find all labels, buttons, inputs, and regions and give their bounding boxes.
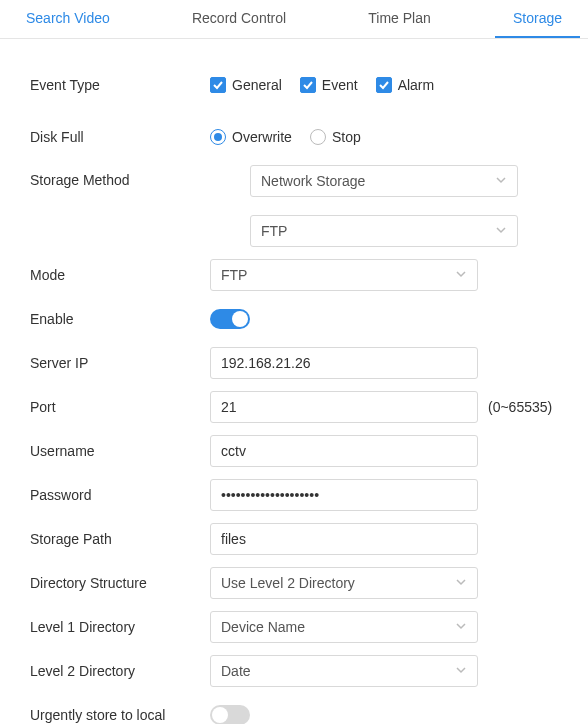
label-enable: Enable	[30, 311, 210, 327]
chevron-down-icon	[455, 663, 467, 679]
row-urgent-store: Urgently store to local	[30, 699, 558, 724]
port-hint: (0~65535)	[488, 399, 552, 415]
label-username: Username	[30, 443, 210, 459]
input-storage-path[interactable]	[221, 531, 467, 547]
select-level1-directory[interactable]: Device Name	[210, 611, 478, 643]
label-server-ip: Server IP	[30, 355, 210, 371]
select-value: FTP	[221, 267, 247, 283]
select-value: Device Name	[221, 619, 305, 635]
input-wrap	[210, 435, 478, 467]
checkbox-alarm[interactable]: Alarm	[376, 77, 435, 93]
chevron-down-icon	[455, 575, 467, 591]
check-icon	[210, 77, 226, 93]
radio-label: Stop	[332, 129, 361, 145]
checkbox-general[interactable]: General	[210, 77, 282, 93]
row-storage-method: Storage Method Network Storage FTP	[30, 165, 558, 247]
select-mode[interactable]: FTP	[210, 259, 478, 291]
row-level2-directory: Level 2 Directory Date	[30, 655, 558, 687]
checkbox-event[interactable]: Event	[300, 77, 358, 93]
toggle-knob	[212, 707, 228, 723]
label-event-type: Event Type	[30, 77, 210, 93]
row-password: Password	[30, 479, 558, 511]
select-value: FTP	[261, 223, 287, 239]
radio-icon	[310, 129, 326, 145]
row-port: Port (0~65535)	[30, 391, 558, 423]
chevron-down-icon	[495, 223, 507, 239]
checkbox-label: Alarm	[398, 77, 435, 93]
row-disk-full: Disk Full Overwrite Stop	[30, 121, 558, 153]
row-event-type: Event Type General Event Alarm	[30, 69, 558, 101]
radio-overwrite[interactable]: Overwrite	[210, 129, 292, 145]
select-storage-method-primary[interactable]: Network Storage	[250, 165, 518, 197]
label-password: Password	[30, 487, 210, 503]
select-storage-method-secondary[interactable]: FTP	[250, 215, 518, 247]
input-wrap	[210, 391, 478, 423]
input-password[interactable]	[221, 487, 467, 503]
input-username[interactable]	[221, 443, 467, 459]
check-icon	[376, 77, 392, 93]
select-level2-directory[interactable]: Date	[210, 655, 478, 687]
tab-storage[interactable]: Storage	[495, 0, 580, 38]
tab-record-control[interactable]: Record Control	[174, 0, 304, 38]
label-storage-method: Storage Method	[30, 165, 210, 188]
select-directory-structure[interactable]: Use Level 2 Directory	[210, 567, 478, 599]
select-value: Use Level 2 Directory	[221, 575, 355, 591]
input-port[interactable]	[221, 399, 467, 415]
chevron-down-icon	[455, 267, 467, 283]
label-storage-path: Storage Path	[30, 531, 210, 547]
input-wrap	[210, 479, 478, 511]
chevron-down-icon	[495, 173, 507, 189]
storage-panel: Event Type General Event Alarm	[0, 39, 588, 724]
input-wrap	[210, 347, 478, 379]
tab-spacer	[449, 0, 495, 38]
row-server-ip: Server IP	[30, 347, 558, 379]
label-disk-full: Disk Full	[30, 129, 210, 145]
row-storage-path: Storage Path	[30, 523, 558, 555]
row-mode: Mode FTP	[30, 259, 558, 291]
toggle-urgent-store[interactable]	[210, 705, 250, 724]
radio-stop[interactable]: Stop	[310, 129, 361, 145]
checkbox-label: Event	[322, 77, 358, 93]
checkbox-label: General	[232, 77, 282, 93]
row-level1-directory: Level 1 Directory Device Name	[30, 611, 558, 643]
label-urgent-store: Urgently store to local	[30, 707, 210, 723]
radio-label: Overwrite	[232, 129, 292, 145]
label-directory-structure: Directory Structure	[30, 575, 210, 591]
label-mode: Mode	[30, 267, 210, 283]
label-port: Port	[30, 399, 210, 415]
row-directory-structure: Directory Structure Use Level 2 Director…	[30, 567, 558, 599]
label-level1-directory: Level 1 Directory	[30, 619, 210, 635]
tabs-bar: Search Video Record Control Time Plan St…	[0, 0, 588, 39]
select-value: Date	[221, 663, 251, 679]
radio-icon	[210, 129, 226, 145]
label-level2-directory: Level 2 Directory	[30, 663, 210, 679]
row-username: Username	[30, 435, 558, 467]
tab-spacer	[304, 0, 350, 38]
check-icon	[300, 77, 316, 93]
tab-spacer	[128, 0, 174, 38]
tab-search-video[interactable]: Search Video	[8, 0, 128, 38]
tab-time-plan[interactable]: Time Plan	[350, 0, 449, 38]
select-value: Network Storage	[261, 173, 365, 189]
input-wrap	[210, 523, 478, 555]
row-enable: Enable	[30, 303, 558, 335]
chevron-down-icon	[455, 619, 467, 635]
toggle-enable[interactable]	[210, 309, 250, 329]
toggle-knob	[232, 311, 248, 327]
input-server-ip[interactable]	[221, 355, 467, 371]
